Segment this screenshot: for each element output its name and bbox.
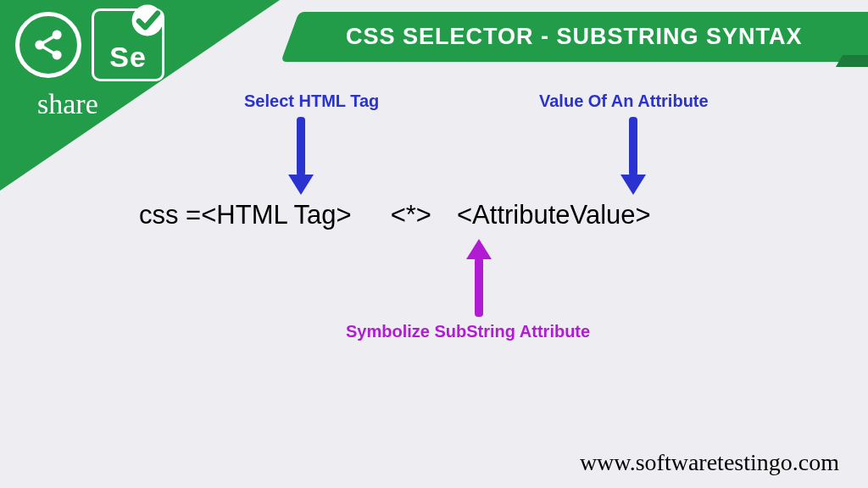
syntax-html-tag: <HTML Tag>	[201, 200, 351, 230]
svg-line-4	[40, 45, 57, 55]
share-icon	[15, 12, 81, 78]
selenium-badge-text: Se	[109, 41, 147, 74]
selenium-badge: Se	[92, 8, 164, 81]
share-label: share	[37, 88, 219, 120]
syntax-prefix: css =	[139, 200, 201, 230]
annotation-substring: Symbolize SubString Attribute	[346, 322, 590, 341]
title-text: CSS SELECTOR - SUBSTRING SYNTAX	[346, 24, 803, 49]
logo-area: Se share	[15, 8, 219, 120]
checkmark-icon	[128, 1, 167, 40]
svg-line-3	[40, 35, 57, 45]
syntax-attr-value: <AttributeValue>	[457, 200, 651, 230]
title-ribbon: CSS SELECTOR - SUBSTRING SYNTAX	[309, 12, 868, 62]
annotation-html-tag: Select HTML Tag	[244, 92, 379, 111]
syntax-expression: css = <HTML Tag> <*> <AttributeValue>	[139, 200, 651, 230]
syntax-star: <*>	[391, 200, 431, 230]
footer-url: www.softwaretestingo.com	[580, 449, 839, 476]
annotation-attr-value: Value Of An Attribute	[539, 92, 709, 111]
